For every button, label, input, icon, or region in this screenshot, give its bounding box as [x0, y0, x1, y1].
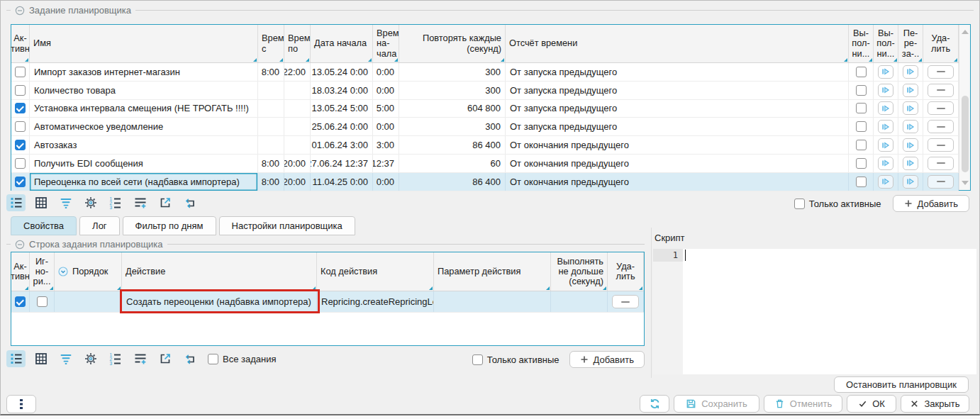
task-row[interactable]: Импорт заказов интернет-магазин 8:00 22:… [11, 63, 959, 82]
stop-scheduler-button[interactable]: Остановить планировщик [834, 376, 969, 393]
task-row[interactable]: Установка интервала смещения (НЕ ТРОГАТЬ… [11, 100, 959, 118]
execute-button[interactable] [878, 65, 893, 79]
close-button[interactable]: Закрыть [901, 395, 969, 413]
active-checkbox[interactable] [15, 296, 26, 307]
scrollbar-thumb[interactable] [962, 96, 969, 172]
add-to-list-button[interactable] [130, 350, 150, 367]
rerun-button[interactable] [903, 101, 918, 115]
cancel-button[interactable]: Отменить [764, 395, 842, 413]
only-active-checkbox[interactable] [794, 199, 805, 209]
scroll-up-arrow[interactable] [959, 26, 971, 38]
tab-properties[interactable]: Свойства [11, 216, 77, 235]
action-cell[interactable]: Создать переоценки (надбавка импортера) [122, 291, 317, 312]
repeat-button[interactable] [180, 194, 199, 211]
execute-button[interactable] [878, 175, 893, 189]
list-view-button[interactable] [6, 194, 26, 211]
task-name-cell[interactable]: Переоценка по всей сети (надбавка импорт… [30, 173, 258, 191]
ok-button[interactable]: ОК [847, 395, 896, 413]
action-param-cell[interactable] [434, 291, 551, 312]
col-order[interactable]: Порядок [55, 252, 122, 291]
list-view-button[interactable] [6, 350, 26, 367]
only-active-filter[interactable]: Только активные [794, 199, 881, 209]
executed-checkbox[interactable] [856, 103, 867, 113]
col-ignore[interactable]: Иг- но- ри... [30, 252, 55, 291]
sort-order-icon[interactable] [58, 267, 68, 276]
task-name-cell[interactable]: Количество товара [30, 82, 258, 99]
all-tasks-filter[interactable]: Все задания [208, 354, 277, 364]
collapse-icon[interactable] [15, 240, 25, 250]
filter-button[interactable] [56, 194, 75, 211]
rerun-button[interactable] [903, 157, 918, 170]
delete-row-button[interactable] [612, 295, 639, 308]
task-row[interactable]: Получить EDI сообщения 8:00 20:00 27.06.… [11, 155, 959, 173]
task-name-cell[interactable]: Автозаказ [30, 136, 258, 154]
col-start-date[interactable]: Дата начала [311, 25, 373, 62]
delete-task-button[interactable] [928, 65, 954, 79]
col-max-duration[interactable]: Выполнять не дольше (секунд) [551, 252, 608, 291]
executed-checkbox[interactable] [856, 121, 867, 132]
tab-log[interactable]: Лог [79, 216, 120, 235]
menu-button[interactable] [6, 395, 36, 413]
settings-button[interactable] [81, 350, 100, 367]
add-row-button[interactable]: Добавить [569, 351, 645, 368]
scroll-down-arrow[interactable] [959, 177, 971, 189]
col-active[interactable]: Ак- тивн [11, 25, 30, 62]
task-row-line[interactable]: Создать переоценки (надбавка импортера) … [11, 291, 644, 313]
task-row[interactable]: Автозаказ 01.06.24 3:00 3:00 86 400 От о… [11, 136, 959, 155]
active-checkbox[interactable] [15, 121, 26, 132]
ignore-checkbox[interactable] [37, 296, 48, 307]
executed-checkbox[interactable] [856, 140, 867, 150]
delete-task-button[interactable] [928, 138, 954, 152]
delete-task-button[interactable] [928, 120, 954, 133]
numbered-list-button[interactable] [106, 350, 125, 367]
active-checkbox[interactable] [15, 177, 26, 187]
active-checkbox[interactable] [15, 158, 26, 169]
add-to-list-button[interactable] [130, 194, 150, 211]
grid-view-button[interactable] [31, 350, 50, 367]
only-active-filter[interactable]: Только активные [472, 354, 559, 365]
executed-checkbox[interactable] [856, 67, 867, 77]
open-external-button[interactable] [155, 350, 174, 367]
col-action-param[interactable]: Параметр действия [434, 252, 551, 291]
rerun-button[interactable] [903, 138, 918, 152]
task-name-cell[interactable]: Автоматическое уведомление [30, 118, 258, 135]
delete-task-button[interactable] [928, 84, 954, 97]
delete-task-button[interactable] [928, 175, 954, 189]
tab-filter-by-days[interactable]: Фильтр по дням [123, 216, 216, 235]
open-external-button[interactable] [155, 194, 174, 211]
execute-button[interactable] [878, 84, 893, 97]
tab-scheduler-settings[interactable]: Настройки планировщика [219, 216, 355, 235]
execute-button[interactable] [878, 120, 893, 133]
col-execute[interactable]: Вы- пол- ни... [874, 25, 898, 62]
execute-button[interactable] [878, 101, 893, 115]
add-task-button[interactable]: Добавить [893, 195, 969, 212]
rerun-button[interactable] [903, 120, 918, 133]
col-repeat-every[interactable]: Повторять каждые (секунд) [399, 25, 506, 62]
task-row[interactable]: Количество товара 18.03.24 0:00 0:00 300… [11, 82, 959, 100]
task-name-cell[interactable]: Получить EDI сообщения [30, 155, 258, 172]
rerun-button[interactable] [903, 65, 918, 79]
active-checkbox[interactable] [15, 140, 26, 150]
col-delete[interactable]: Уда- лить [608, 252, 644, 291]
only-active-checkbox[interactable] [472, 354, 483, 365]
script-editor[interactable] [683, 249, 976, 374]
collapse-icon[interactable] [15, 6, 25, 16]
repeat-button[interactable] [180, 350, 199, 367]
execute-button[interactable] [878, 138, 893, 152]
grid-view-button[interactable] [31, 194, 50, 211]
active-checkbox[interactable] [15, 103, 26, 113]
vertical-scrollbar[interactable] [959, 25, 970, 190]
active-checkbox[interactable] [15, 85, 26, 96]
task-name-cell[interactable]: Импорт заказов интернет-магазин [30, 63, 258, 81]
col-action[interactable]: Действие [122, 252, 317, 291]
save-button[interactable]: Сохранить [674, 395, 759, 413]
filter-button[interactable] [56, 350, 75, 367]
task-row[interactable]: Переоценка по всей сети (надбавка импорт… [11, 173, 959, 191]
rerun-button[interactable] [903, 84, 918, 97]
col-time-count[interactable]: Отсчёт времени [506, 25, 849, 62]
task-row[interactable]: Автоматическое уведомление 25.06.24 0:00… [11, 118, 959, 136]
col-action-code[interactable]: Код действия [317, 252, 434, 291]
executed-checkbox[interactable] [856, 158, 867, 169]
col-rerun[interactable]: Пе- ре- за-.. [898, 25, 923, 62]
delete-task-button[interactable] [928, 101, 954, 115]
